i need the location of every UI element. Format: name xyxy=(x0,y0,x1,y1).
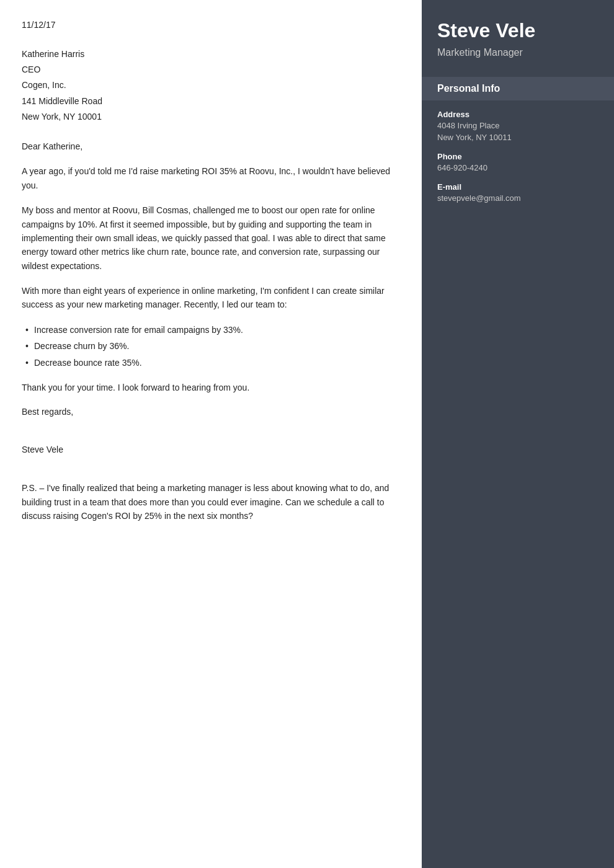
recipient-name: Katherine Harris xyxy=(22,46,400,62)
recipient-company: Cogen, Inc. xyxy=(22,78,400,93)
letter-content: 11/12/17 Katherine Harris CEO Cogen, Inc… xyxy=(0,0,422,868)
closing-paragraph: Thank you for your time. I look forward … xyxy=(22,381,400,394)
recipient-title: CEO xyxy=(22,62,400,78)
phone-block: Phone 646-920-4240 xyxy=(437,152,598,174)
sidebar-header: Steve Vele Marketing Manager xyxy=(422,0,614,71)
address-line1: 4048 Irving Place xyxy=(437,120,598,131)
recipient-address2: New York, NY 10001 xyxy=(22,109,400,125)
letter-greeting: Dear Katherine, xyxy=(22,140,400,153)
recipient-block: Katherine Harris CEO Cogen, Inc. 141 Mid… xyxy=(22,46,400,125)
bullet-item-3: Decrease bounce rate 35%. xyxy=(22,356,400,370)
bullet-item-1: Increase conversion rate for email campa… xyxy=(22,323,400,337)
letter-date: 11/12/17 xyxy=(22,19,400,32)
letter-paragraph-3: With more than eight years of experience… xyxy=(22,284,400,312)
email-label: E-mail xyxy=(437,182,598,192)
letter-closing: Best regards, xyxy=(22,405,400,418)
letter-paragraph-2: My boss and mentor at Roovu, Bill Cosmas… xyxy=(22,203,400,273)
address-label: Address xyxy=(437,110,598,119)
letter-ps: P.S. – I've finally realized that being … xyxy=(22,481,400,523)
letter-signature: Steve Vele xyxy=(22,443,400,456)
address-block: Address 4048 Irving Place New York, NY 1… xyxy=(437,110,598,143)
phone-label: Phone xyxy=(437,152,598,161)
address-line2: New York, NY 10011 xyxy=(437,132,598,143)
personal-info-body: Address 4048 Irving Place New York, NY 1… xyxy=(422,100,614,222)
bullet-item-2: Decrease churn by 36%. xyxy=(22,339,400,353)
sidebar-name: Steve Vele xyxy=(437,19,598,42)
sidebar: Steve Vele Marketing Manager Personal In… xyxy=(422,0,614,868)
sidebar-job-title: Marketing Manager xyxy=(437,47,598,58)
email-value: stevepvele@gmail.com xyxy=(437,193,598,204)
letter-paragraph-1: A year ago, if you'd told me I'd raise m… xyxy=(22,164,400,192)
recipient-address1: 141 Middleville Road xyxy=(22,94,400,109)
phone-value: 646-920-4240 xyxy=(437,162,598,174)
personal-info-header: Personal Info xyxy=(422,77,614,100)
email-block: E-mail stevepvele@gmail.com xyxy=(437,182,598,204)
achievements-list: Increase conversion rate for email campa… xyxy=(22,323,400,370)
